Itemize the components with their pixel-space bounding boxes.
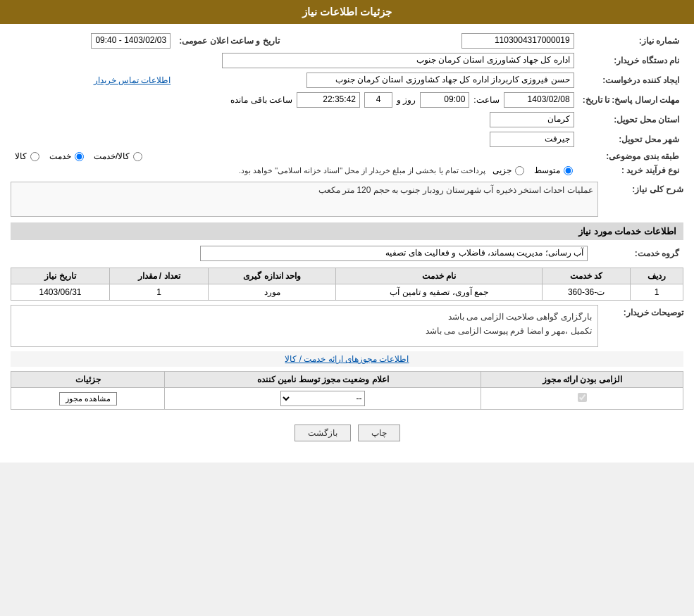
permissions-section-link[interactable]: اطلاعات مجوزهای ارائه خدمت / کالا (11, 351, 683, 367)
col-qty: تعداد / مقدار (110, 268, 209, 284)
cell-unit: مورد (208, 284, 335, 301)
col-code: کد خدمت (542, 268, 630, 284)
permissions-table: الزامی بودن ارائه مجوز اعلام وضعیت مجوز … (11, 371, 683, 410)
purchase-motavasset-option[interactable]: متوسط (534, 165, 574, 175)
services-section-title: اطلاعات خدمات مورد نیاز (11, 222, 683, 240)
delivery-city-label: شهر محل تحویل: (578, 130, 683, 149)
contact-link-cell[interactable]: اطلاعات تماس خریدار (11, 70, 175, 90)
need-number-value: 1103004317000019 (305, 31, 578, 51)
contact-link[interactable]: اطلاعات تماس خریدار (94, 75, 171, 85)
delivery-city-field: جیرفت (490, 132, 574, 147)
table-row: 1 ت-36-360 جمع آوری، تصفیه و تامین آب مو… (11, 284, 683, 301)
service-group-label: گروه خدمت: (592, 244, 683, 263)
need-desc-label: شرح کلی نیاز: (604, 182, 683, 194)
cell-name: جمع آوری، تصفیه و تامین آب (336, 284, 543, 301)
category-kala-khadamat-label: کالا/خدمت (94, 151, 130, 161)
requester-value: حسن فیروزی کاربرداز اداره کل جهاد کشاورز… (175, 70, 578, 90)
category-kala-label: کالا (15, 151, 27, 161)
services-table: ردیف کد خدمت نام خدمت واحد اندازه گیری ت… (11, 268, 683, 301)
category-label: طبقه بندی موضوعی: (578, 149, 683, 163)
purchase-motavasset-radio[interactable] (564, 166, 573, 175)
announce-date-value: 1403/02/03 - 09:40 (11, 31, 175, 51)
remaining-days-field: 4 (364, 92, 392, 108)
response-time-field: 09:00 (420, 92, 469, 108)
purchase-note: پرداخت تمام یا بخشی از مبلغ خریدار از مح… (239, 166, 485, 175)
perm-required-checkbox (578, 393, 587, 402)
buyer-notes-line1: بارگزاری گواهی صلاحیت الزامی می باشد (17, 310, 592, 324)
purchase-motavasset-label: متوسط (534, 165, 560, 175)
buyer-org-field: اداره کل جهاد کشاورزی استان کرمان جنوب (222, 53, 574, 68)
category-kala-radio[interactable] (30, 152, 39, 161)
category-khadamat-radio[interactable] (75, 152, 84, 161)
perm-col-details: جزئیات (11, 372, 165, 388)
table-row: -- مشاهده مجوز (11, 388, 683, 410)
response-time-label: ساعت: (473, 95, 499, 105)
response-deadline-label: مهلت ارسال پاسخ: تا تاریخ: (578, 90, 683, 110)
purchase-jozi-option[interactable]: جزیی (492, 165, 526, 175)
need-number-label: شماره نیاز: (578, 31, 683, 51)
delivery-province-field: کرمان (490, 112, 574, 127)
cell-date: 1403/06/31 (11, 284, 110, 301)
need-number-field: 1103004317000019 (461, 33, 574, 49)
service-group-field: آب رسانی؛ مدیریت پسماند، فاضلاب و فعالیت… (200, 246, 588, 261)
back-button[interactable]: بازگشت (295, 425, 351, 441)
requester-label: ایجاد کننده درخواست: (578, 70, 683, 90)
category-kala-khadamat-option[interactable]: کالا/خدمت (94, 151, 144, 161)
perm-col-status: اعلام وضعیت مجوز توسط نامین کننده (165, 372, 481, 388)
buyer-notes-line2: تکمیل ،مهر و امضا فرم پیوست الزامی می با… (17, 324, 592, 338)
perm-required-cell (481, 388, 683, 410)
perm-details-cell[interactable]: مشاهده مجوز (11, 388, 165, 410)
purchase-type-label: نوع فرآیند خرید : (578, 163, 683, 177)
buyer-notes-label: توصیحات خریدار: (604, 305, 683, 318)
view-permit-button[interactable]: مشاهده مجوز (59, 392, 117, 406)
announce-date-label: تاریخ و ساعت اعلان عمومی: (175, 31, 283, 51)
announce-date-field: 1403/02/03 - 09:40 (91, 33, 171, 49)
purchase-jozi-label: جزیی (492, 165, 512, 175)
perm-status-select[interactable]: -- (280, 391, 365, 406)
remaining-days-label: روز و (397, 95, 416, 105)
need-desc-field: عملیات احداث استخر ذخیره آب شهرستان رودب… (11, 182, 598, 217)
buyer-notes-field: بارگزاری گواهی صلاحیت الزامی می باشد تکم… (11, 305, 598, 347)
col-date: تاریخ نیاز (11, 268, 110, 284)
requester-field: حسن فیروزی کاربرداز اداره کل جهاد کشاورز… (306, 73, 574, 88)
purchase-jozi-radio[interactable] (515, 166, 524, 175)
cell-qty: 1 (110, 284, 209, 301)
delivery-province-label: استان محل تحویل: (578, 110, 683, 130)
page-header: جزئیات اطلاعات نیاز (0, 0, 694, 24)
perm-status-cell[interactable]: -- (165, 388, 481, 410)
remaining-time-label: ساعت باقی مانده (230, 95, 292, 105)
response-date-field: 1403/02/08 (504, 92, 574, 108)
service-group-value: آب رسانی؛ مدیریت پسماند، فاضلاب و فعالیت… (11, 244, 592, 263)
category-khadamat-label: خدمت (49, 151, 71, 161)
category-kala-option[interactable]: کالا (15, 151, 41, 161)
cell-code: ت-36-360 (542, 284, 630, 301)
remaining-time-field: 22:35:42 (297, 92, 360, 108)
perm-col-required: الزامی بودن ارائه مجوز (481, 372, 683, 388)
print-button[interactable]: چاپ (358, 425, 400, 441)
col-row: ردیف (631, 268, 683, 284)
cell-row: 1 (631, 284, 683, 301)
bottom-buttons: چاپ بازگشت (11, 414, 683, 455)
col-unit: واحد اندازه گیری (208, 268, 335, 284)
buyer-org-label: نام دستگاه خریدار: (578, 51, 683, 70)
col-name: نام خدمت (336, 268, 543, 284)
category-kala-khadamat-radio[interactable] (133, 152, 142, 161)
buyer-org-value: اداره کل جهاد کشاورزی استان کرمان جنوب (11, 51, 578, 70)
category-khadamat-option[interactable]: خدمت (49, 151, 85, 161)
